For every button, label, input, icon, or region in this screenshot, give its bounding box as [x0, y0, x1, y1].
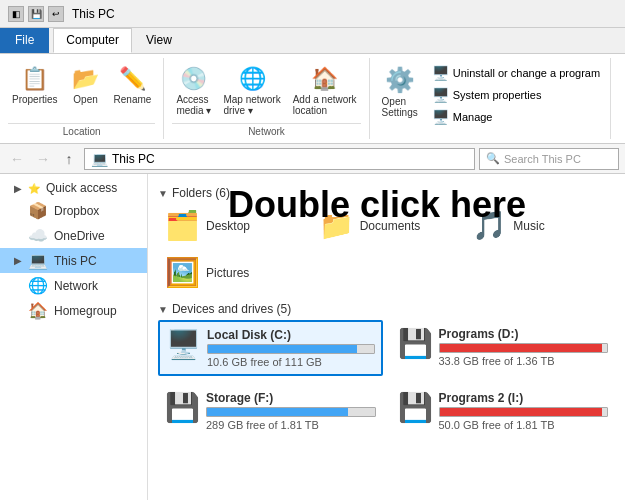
folder-pictures[interactable]: 🖼️ Pictures: [158, 251, 308, 294]
desktop-folder-icon: 🗂️: [165, 209, 200, 242]
manage-icon: 🖥️: [432, 109, 449, 125]
open-settings-button[interactable]: ⚙️ OpenSettings: [378, 62, 422, 120]
drive-i-space: 50.0 GB free of 1.81 TB: [439, 419, 609, 431]
folder-desktop[interactable]: 🗂️ Desktop: [158, 204, 308, 247]
sidebar-item-network[interactable]: 🌐 Network: [0, 273, 147, 298]
properties-label: Properties: [12, 94, 58, 105]
search-icon: 🔍: [486, 152, 500, 165]
folders-section-header: ▼ Folders (6): [158, 186, 615, 200]
access-media-button[interactable]: 💿 Accessmedia ▾: [172, 62, 215, 118]
drive-i-info: Programs 2 (I:) 50.0 GB free of 1.81 TB: [439, 391, 609, 431]
access-media-icon: 💿: [179, 64, 209, 94]
sidebar-item-onedrive[interactable]: ☁️ OneDrive: [0, 223, 147, 248]
open-button[interactable]: 📂 Open: [66, 62, 106, 107]
open-settings-icon: ⚙️: [384, 64, 416, 96]
save-icon[interactable]: 💾: [28, 6, 44, 22]
drive-i-name: Programs 2 (I:): [439, 391, 609, 405]
drives-grid: 🖥️ Local Disk (C:) 10.6 GB free of 111 G…: [158, 320, 615, 438]
system-properties-link[interactable]: 🖥️ System properties: [430, 86, 602, 104]
up-button[interactable]: ↑: [58, 148, 80, 170]
sidebar-item-dropbox[interactable]: 📦 Dropbox: [0, 198, 147, 223]
drive-f-progress-fill: [207, 408, 348, 416]
system-properties-label: System properties: [453, 89, 542, 101]
system-links: 🖥️ Uninstall or change a program 🖥️ Syst…: [430, 62, 602, 126]
drive-f[interactable]: 💾 Storage (F:) 289 GB free of 1.81 TB: [158, 384, 383, 438]
rename-icon: ✏️: [117, 64, 147, 94]
expand-icon-pc: ▶: [14, 255, 26, 266]
quick-access-icon[interactable]: ◧: [8, 6, 24, 22]
undo-icon[interactable]: ↩: [48, 6, 64, 22]
drives-section-label: Devices and drives (5): [172, 302, 291, 316]
tab-file[interactable]: File: [0, 28, 49, 53]
folders-chevron[interactable]: ▼: [158, 188, 168, 199]
folders-grid: 🗂️ Desktop 📁 Documents 🎵 Music 🖼️ Pictur…: [158, 204, 615, 294]
drive-d-progress-container: [439, 343, 609, 353]
sidebar-item-this-pc[interactable]: ▶ 💻 This PC: [0, 248, 147, 273]
drive-f-progress-container: [206, 407, 376, 417]
ribbon-tabs: File Computer View: [0, 28, 625, 54]
drive-c-space: 10.6 GB free of 111 GB: [207, 356, 375, 368]
properties-icon: 📋: [20, 64, 50, 94]
drive-c-icon: 🖥️: [166, 328, 201, 361]
folder-music[interactable]: 🎵 Music: [465, 204, 615, 247]
pictures-folder-label: Pictures: [206, 266, 249, 280]
uninstall-link[interactable]: 🖥️ Uninstall or change a program: [430, 64, 602, 82]
drive-f-icon: 💾: [165, 391, 200, 424]
forward-button[interactable]: →: [32, 148, 54, 170]
add-location-label: Add a networklocation: [293, 94, 357, 116]
sidebar-label-dropbox: Dropbox: [54, 204, 99, 218]
network-buttons: 💿 Accessmedia ▾ 🌐 Map networkdrive ▾ 🏠 A…: [172, 60, 360, 121]
drive-i[interactable]: 💾 Programs 2 (I:) 50.0 GB free of 1.81 T…: [391, 384, 616, 438]
sidebar-item-quick-access[interactable]: ▶ ⭐ Quick access: [0, 178, 147, 198]
access-media-label: Accessmedia ▾: [176, 94, 211, 116]
rename-button[interactable]: ✏️ Rename: [110, 62, 156, 107]
path-label: This PC: [112, 152, 155, 166]
expand-icon: ▶: [14, 183, 26, 194]
onedrive-icon: ☁️: [28, 226, 48, 245]
drive-f-name: Storage (F:): [206, 391, 376, 405]
drive-d-progress-fill: [440, 344, 602, 352]
drive-c[interactable]: 🖥️ Local Disk (C:) 10.6 GB free of 111 G…: [158, 320, 383, 376]
uninstall-icon: 🖥️: [432, 65, 449, 81]
rename-label: Rename: [114, 94, 152, 105]
pictures-folder-icon: 🖼️: [165, 256, 200, 289]
folder-documents[interactable]: 📁 Documents: [312, 204, 462, 247]
manage-label: Manage: [453, 111, 493, 123]
manage-link[interactable]: 🖥️ Manage: [430, 108, 602, 126]
drive-i-progress-fill: [440, 408, 602, 416]
back-button[interactable]: ←: [6, 148, 28, 170]
ribbon-group-network: 💿 Accessmedia ▾ 🌐 Map networkdrive ▾ 🏠 A…: [164, 58, 369, 139]
open-settings-label: OpenSettings: [382, 96, 418, 118]
map-drive-label: Map networkdrive ▾: [223, 94, 280, 116]
drive-c-progress-container: [207, 344, 375, 354]
sidebar-item-homegroup[interactable]: 🏠 Homegroup: [0, 298, 147, 323]
tab-view[interactable]: View: [133, 28, 185, 53]
sidebar-label-homegroup: Homegroup: [54, 304, 117, 318]
title-bar: ◧ 💾 ↩ This PC: [0, 0, 625, 28]
drive-c-info: Local Disk (C:) 10.6 GB free of 111 GB: [207, 328, 375, 368]
sidebar: ▶ ⭐ Quick access 📦 Dropbox ☁️ OneDrive ▶…: [0, 174, 148, 500]
sidebar-label-quick-access: Quick access: [46, 181, 117, 195]
sidebar-label-network: Network: [54, 279, 98, 293]
drive-f-info: Storage (F:) 289 GB free of 1.81 TB: [206, 391, 376, 431]
add-location-button[interactable]: 🏠 Add a networklocation: [289, 62, 361, 118]
search-box[interactable]: 🔍 Search This PC: [479, 148, 619, 170]
folders-section-label: Folders (6): [172, 186, 230, 200]
drive-d-info: Programs (D:) 33.8 GB free of 1.36 TB: [439, 327, 609, 367]
drive-d-icon: 💾: [398, 327, 433, 360]
network-group-label: Network: [172, 123, 360, 137]
map-drive-button[interactable]: 🌐 Map networkdrive ▾: [219, 62, 284, 118]
properties-button[interactable]: 📋 Properties: [8, 62, 62, 107]
tab-computer[interactable]: Computer: [53, 28, 132, 53]
system-properties-icon: 🖥️: [432, 87, 449, 103]
ribbon-body: 📋 Properties 📂 Open ✏️ Rename Location 💿…: [0, 54, 625, 144]
drive-c-name: Local Disk (C:): [207, 328, 375, 342]
drive-d-name: Programs (D:): [439, 327, 609, 341]
ribbon-group-system: ⚙️ OpenSettings 🖥️ Uninstall or change a…: [370, 58, 612, 139]
drives-chevron[interactable]: ▼: [158, 304, 168, 315]
sidebar-label-this-pc: This PC: [54, 254, 97, 268]
drive-i-icon: 💾: [398, 391, 433, 424]
music-folder-label: Music: [513, 219, 544, 233]
address-path[interactable]: 💻 This PC: [84, 148, 475, 170]
drive-d[interactable]: 💾 Programs (D:) 33.8 GB free of 1.36 TB: [391, 320, 616, 376]
